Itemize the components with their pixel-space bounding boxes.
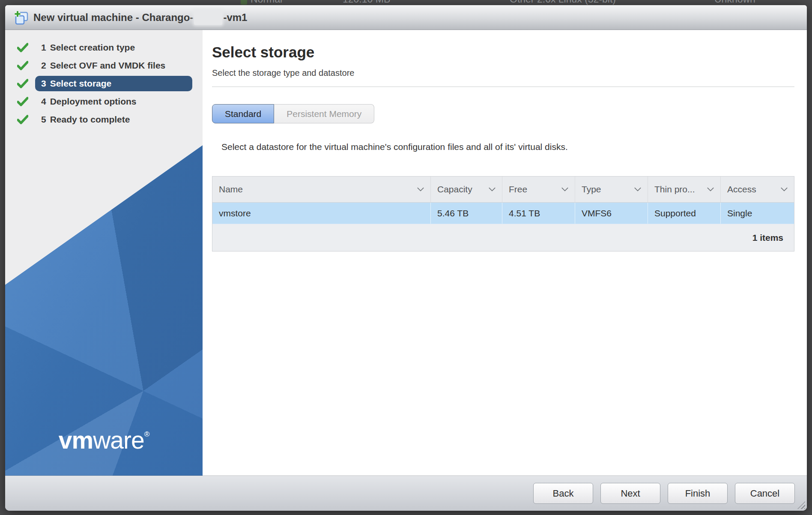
step-item-select-storage-active[interactable]: 3Select storage bbox=[5, 75, 203, 93]
background-fragment: Normal bbox=[251, 0, 282, 5]
next-button[interactable]: Next bbox=[600, 483, 660, 504]
datastore-instruction-text: Select a datastore for the virtual machi… bbox=[221, 142, 794, 152]
background-fragment: 120.10 MB bbox=[343, 0, 390, 5]
background-fragment: Other 2.6x Linux (32-bit) bbox=[510, 0, 616, 5]
table-header-row: Name Capacity Free Type bbox=[212, 177, 794, 203]
cancel-button[interactable]: Cancel bbox=[735, 483, 795, 504]
cell-access: Single bbox=[721, 203, 794, 224]
step-label: 1Select creation type bbox=[35, 40, 142, 55]
dialog-title-suffix: -vm1 bbox=[223, 12, 247, 24]
new-vm-wizard-dialog: New virtual machine - Charango- -vm1 1Se… bbox=[5, 5, 807, 511]
chevron-down-icon[interactable] bbox=[634, 187, 641, 192]
step-item-select-creation-type[interactable]: 1Select creation type bbox=[5, 39, 203, 57]
step-item-ready-to-complete[interactable]: 5Ready to complete bbox=[5, 111, 203, 129]
step-label-active: 3Select storage bbox=[35, 76, 192, 91]
page-title: Select storage bbox=[212, 44, 794, 61]
background-fragment: Unknown bbox=[714, 0, 755, 5]
table-row-vmstore-selected[interactable]: vmstore 5.46 TB 4.51 TB VMFS6 Supported … bbox=[212, 203, 794, 224]
table-footer: 1 items bbox=[212, 224, 794, 251]
step-label: 2Select OVF and VMDK files bbox=[35, 58, 172, 73]
vmware-logo: vmware® bbox=[5, 426, 203, 454]
redacted-name-blur bbox=[194, 10, 222, 25]
column-header-capacity[interactable]: Capacity bbox=[431, 177, 502, 202]
step-item-select-ovf-vmdk[interactable]: 2Select OVF and VMDK files bbox=[5, 57, 203, 75]
cell-capacity: 5.46 TB bbox=[431, 203, 502, 224]
cell-type: VMFS6 bbox=[575, 203, 648, 224]
new-vm-icon bbox=[14, 10, 29, 25]
chevron-down-icon[interactable] bbox=[417, 187, 424, 192]
check-icon bbox=[17, 79, 28, 88]
divider bbox=[212, 87, 794, 87]
cell-free: 4.51 TB bbox=[502, 203, 575, 224]
step-label: 5Ready to complete bbox=[35, 112, 137, 127]
check-icon bbox=[17, 97, 28, 106]
column-header-access[interactable]: Access bbox=[721, 177, 794, 202]
dialog-titlebar: New virtual machine - Charango- -vm1 bbox=[5, 5, 807, 30]
wizard-sidebar: 1Select creation type 2Select OVF and VM… bbox=[5, 30, 203, 476]
chevron-down-icon[interactable] bbox=[707, 187, 714, 192]
column-header-type[interactable]: Type bbox=[575, 177, 648, 202]
page-subtitle: Select the storage type and datastore bbox=[212, 68, 794, 78]
status-ok-icon bbox=[241, 0, 247, 5]
registered-mark: ® bbox=[144, 430, 149, 438]
background-app-strip: Normal 120.10 MB Other 2.6x Linux (32-bi… bbox=[0, 0, 812, 5]
storage-type-segmented-control: Standard Persistent Memory bbox=[212, 104, 794, 123]
chevron-down-icon[interactable] bbox=[489, 187, 496, 192]
step-label: 4Deployment options bbox=[35, 94, 143, 109]
step-item-deployment-options[interactable]: 4Deployment options bbox=[5, 93, 203, 111]
wizard-steps-list: 1Select creation type 2Select OVF and VM… bbox=[5, 30, 203, 129]
chevron-down-icon[interactable] bbox=[781, 187, 788, 192]
chevron-down-icon[interactable] bbox=[561, 187, 568, 192]
wizard-content: Select storage Select the storage type a… bbox=[203, 30, 807, 476]
finish-button[interactable]: Finish bbox=[668, 483, 728, 504]
cell-name: vmstore bbox=[212, 203, 431, 224]
dialog-title-prefix: New virtual machine - Charango- bbox=[33, 12, 193, 24]
column-header-name[interactable]: Name bbox=[212, 177, 431, 202]
datastore-table: Name Capacity Free Type bbox=[212, 176, 794, 252]
check-icon bbox=[17, 61, 28, 70]
tab-standard[interactable]: Standard bbox=[212, 104, 274, 123]
column-header-thin-provisioning[interactable]: Thin pro... bbox=[648, 177, 721, 202]
column-header-free[interactable]: Free bbox=[502, 177, 575, 202]
resize-handle[interactable] bbox=[797, 501, 805, 509]
check-icon bbox=[17, 115, 28, 124]
cell-thin-provisioning: Supported bbox=[648, 203, 721, 224]
check-icon bbox=[17, 43, 28, 52]
dialog-title: New virtual machine - Charango- -vm1 bbox=[33, 10, 247, 25]
back-button[interactable]: Back bbox=[533, 483, 593, 504]
tab-persistent-memory[interactable]: Persistent Memory bbox=[274, 104, 374, 123]
items-count: 1 items bbox=[752, 233, 783, 243]
dialog-footer: Back Next Finish Cancel bbox=[5, 476, 807, 511]
